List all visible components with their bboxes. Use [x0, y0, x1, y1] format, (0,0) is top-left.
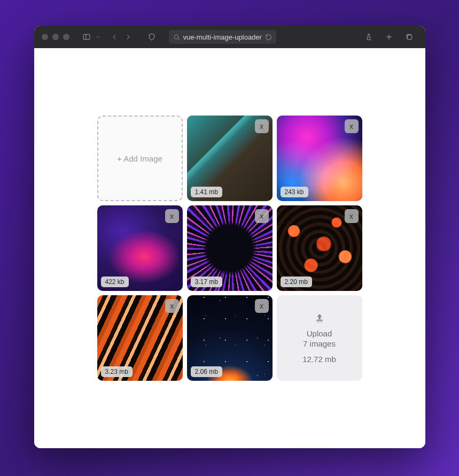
image-tile: x 3.23 mb	[97, 295, 183, 381]
image-size-badge: 1.41 mb	[191, 187, 222, 197]
svg-point-2	[174, 35, 178, 39]
browser-window: vue-multi-image-uploader + Add Image x	[34, 26, 425, 448]
svg-line-3	[178, 39, 179, 40]
sidebar-dropdown-button[interactable]	[95, 30, 100, 43]
nav-forward-button[interactable]	[122, 30, 135, 43]
image-tile: x 2.06 mb	[187, 295, 273, 381]
image-size-badge: 422 kb	[101, 277, 129, 287]
upload-total-size: 12.72 mb	[302, 355, 336, 364]
new-tab-button[interactable]	[383, 30, 395, 43]
tabs-overview-button[interactable]	[403, 30, 416, 43]
fullscreen-window-button[interactable]	[63, 34, 69, 40]
remove-image-button[interactable]: x	[345, 119, 359, 133]
remove-image-button[interactable]: x	[345, 209, 359, 223]
image-size-badge: 2.06 mb	[191, 366, 222, 377]
remove-image-button[interactable]: x	[255, 299, 269, 313]
remove-image-button[interactable]: x	[255, 119, 269, 133]
image-tile: x 3.17 mb	[187, 205, 273, 291]
remove-image-button[interactable]: x	[165, 299, 179, 313]
image-size-badge: 2.20 mb	[281, 277, 312, 287]
share-button[interactable]	[362, 30, 375, 43]
remove-image-button[interactable]: x	[165, 209, 179, 223]
close-window-button[interactable]	[42, 34, 48, 40]
image-tile: x 1.41 mb	[187, 116, 273, 201]
reload-icon[interactable]	[265, 34, 272, 41]
image-size-badge: 3.17 mb	[191, 277, 222, 287]
address-bar[interactable]: vue-multi-image-uploader	[169, 30, 276, 44]
traffic-lights	[42, 34, 69, 40]
sidebar-toggle-button[interactable]	[80, 30, 93, 43]
add-image-button[interactable]: + Add Image	[97, 116, 183, 201]
image-size-badge: 3.23 mb	[101, 366, 133, 377]
nav-back-button[interactable]	[108, 30, 121, 43]
image-tile: x 2.20 mb	[277, 205, 362, 291]
search-icon	[173, 34, 180, 41]
upload-count: 7 images	[303, 339, 336, 348]
image-tile: x 422 kb	[97, 205, 183, 291]
page-content: + Add Image x 1.41 mb x 243 kb x 422 kb …	[34, 48, 425, 448]
upload-icon	[314, 313, 325, 325]
address-url: vue-multi-image-uploader	[183, 33, 262, 41]
remove-image-button[interactable]: x	[255, 209, 269, 223]
image-size-badge: 243 kb	[281, 187, 308, 197]
shield-icon[interactable]	[145, 30, 158, 43]
upload-button[interactable]: Upload 7 images 12.72 mb	[277, 295, 362, 381]
svg-rect-6	[407, 35, 411, 40]
add-image-label: + Add Image	[117, 154, 162, 163]
minimize-window-button[interactable]	[52, 34, 59, 40]
svg-rect-0	[83, 34, 90, 39]
image-grid: + Add Image x 1.41 mb x 243 kb x 422 kb …	[97, 116, 362, 381]
image-tile: x 243 kb	[277, 116, 362, 201]
titlebar: vue-multi-image-uploader	[34, 26, 425, 48]
upload-label: Upload	[307, 329, 332, 338]
